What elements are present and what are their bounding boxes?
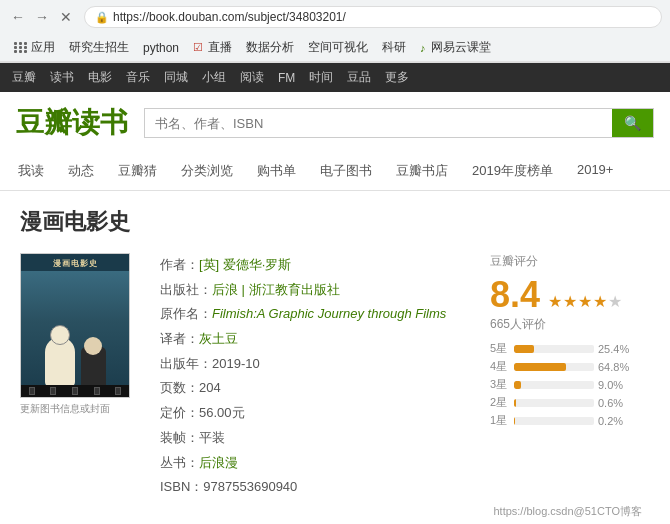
sub-nav-doubancai[interactable]: 豆瓣猜 bbox=[116, 154, 159, 190]
sub-nav-dongtai[interactable]: 动态 bbox=[66, 154, 96, 190]
bookmark-7[interactable]: ♪ 网易云课堂 bbox=[414, 37, 497, 58]
info-pages: 页数：204 bbox=[160, 376, 470, 401]
sub-nav-fenlei[interactable]: 分类浏览 bbox=[179, 154, 235, 190]
top-nav-item-9[interactable]: 豆品 bbox=[347, 69, 371, 86]
bookmark-1[interactable]: 研究生招生 bbox=[63, 37, 135, 58]
binding-value: 平装 bbox=[199, 430, 225, 445]
star-4: ★ bbox=[593, 292, 607, 311]
publisher-label: 出版社： bbox=[160, 282, 212, 297]
price-label: 定价： bbox=[160, 405, 199, 420]
sub-nav-2019plus[interactable]: 2019+ bbox=[575, 154, 616, 190]
rating-score: 8.4 bbox=[490, 274, 540, 316]
sub-nav-wodu[interactable]: 我读 bbox=[16, 154, 46, 190]
dist-label-1: 1星 bbox=[490, 413, 510, 428]
bookmark-label-2: python bbox=[143, 41, 179, 55]
isbn-value: 9787553690940 bbox=[203, 479, 297, 494]
price-value: 56.00元 bbox=[199, 405, 245, 420]
series-link[interactable]: 后浪漫 bbox=[199, 455, 238, 470]
dist-label-3: 3星 bbox=[490, 377, 510, 392]
author-link[interactable]: [英] 爱德华·罗斯 bbox=[199, 257, 291, 272]
apps-button[interactable]: 应用 bbox=[8, 37, 61, 58]
logo-bar: 豆瓣读书 🔍 bbox=[0, 92, 670, 154]
rating-distribution: 5星 25.4% 4星 64.8% 3星 bbox=[490, 341, 650, 428]
sub-nav-dianzi[interactable]: 电子图书 bbox=[318, 154, 374, 190]
rating-stars: ★ ★ ★ ★ ★ bbox=[548, 292, 622, 311]
dist-bar-2 bbox=[514, 399, 516, 407]
star-5: ★ bbox=[608, 292, 622, 311]
top-nav-item-0[interactable]: 豆瓣 bbox=[12, 69, 36, 86]
top-nav-item-3[interactable]: 音乐 bbox=[126, 69, 150, 86]
top-nav-item-10[interactable]: 更多 bbox=[385, 69, 409, 86]
nav-buttons: ← → ✕ bbox=[8, 7, 76, 27]
book-cover-image: 漫画电影史 bbox=[20, 253, 130, 398]
rating-count: 665人评价 bbox=[490, 316, 650, 333]
dist-bar-bg-5 bbox=[514, 345, 594, 353]
bookmark-label-4: 数据分析 bbox=[246, 39, 294, 56]
dist-pct-2: 0.6% bbox=[598, 397, 634, 409]
dist-bar-3 bbox=[514, 381, 521, 389]
search-input[interactable] bbox=[145, 109, 612, 137]
dist-pct-1: 0.2% bbox=[598, 415, 634, 427]
dist-pct-5: 25.4% bbox=[598, 343, 634, 355]
dist-bar-bg-1 bbox=[514, 417, 594, 425]
pages-value: 204 bbox=[199, 380, 221, 395]
top-nav-item-4[interactable]: 同城 bbox=[164, 69, 188, 86]
douban-logo: 豆瓣读书 bbox=[16, 104, 128, 142]
search-button[interactable]: 🔍 bbox=[612, 109, 653, 137]
top-nav-item-1[interactable]: 读书 bbox=[50, 69, 74, 86]
star-3: ★ bbox=[578, 292, 592, 311]
top-nav-item-8[interactable]: 时间 bbox=[309, 69, 333, 86]
bookmark-5[interactable]: 空间可视化 bbox=[302, 37, 374, 58]
bookmark-6[interactable]: 科研 bbox=[376, 37, 412, 58]
url-text: https://book.douban.com/subject/34803201… bbox=[113, 10, 346, 24]
douban-top-nav: 豆瓣 读书 电影 音乐 同城 小组 阅读 FM 时间 豆品 更多 bbox=[0, 63, 670, 92]
bookmark-label-7: 网易云课堂 bbox=[431, 39, 491, 56]
top-nav-item-7[interactable]: FM bbox=[278, 71, 295, 85]
dist-bar-bg-2 bbox=[514, 399, 594, 407]
dist-bar-5 bbox=[514, 345, 534, 353]
lock-icon: 🔒 bbox=[95, 11, 109, 24]
star-1: ★ bbox=[548, 292, 562, 311]
douban-header: 豆瓣 读书 电影 音乐 同城 小组 阅读 FM 时间 豆品 更多 bbox=[0, 63, 670, 92]
info-original-name: 原作名：Filmish:A Graphic Journey through Fi… bbox=[160, 302, 470, 327]
pages-label: 页数： bbox=[160, 380, 199, 395]
bookmark-label-5: 空间可视化 bbox=[308, 39, 368, 56]
close-button[interactable]: ✕ bbox=[56, 7, 76, 27]
info-price: 定价：56.00元 bbox=[160, 401, 470, 426]
info-binding: 装帧：平装 bbox=[160, 426, 470, 451]
top-nav-item-6[interactable]: 阅读 bbox=[240, 69, 264, 86]
translator-link[interactable]: 灰土豆 bbox=[199, 331, 238, 346]
cover-text-line1: 漫画电影史 bbox=[25, 258, 125, 269]
series-label: 丛书： bbox=[160, 455, 199, 470]
book-title: 漫画电影史 bbox=[20, 207, 650, 237]
publisher-link[interactable]: 后浪 | 浙江教育出版社 bbox=[212, 282, 340, 297]
original-name-value: Filmish:A Graphic Journey through Films bbox=[212, 306, 446, 321]
bookmark-label-3: 直播 bbox=[208, 39, 232, 56]
book-detail: 漫画电影史 bbox=[20, 253, 650, 500]
top-nav-item-2[interactable]: 电影 bbox=[88, 69, 112, 86]
main-content: 漫画电影史 漫画电影史 bbox=[0, 191, 670, 524]
sub-nav-2019[interactable]: 2019年度榜单 bbox=[470, 154, 555, 190]
dist-row-4: 4星 64.8% bbox=[490, 359, 650, 374]
sub-nav-goushidan[interactable]: 购书单 bbox=[255, 154, 298, 190]
top-nav-item-5[interactable]: 小组 bbox=[202, 69, 226, 86]
info-author: 作者：[英] 爱德华·罗斯 bbox=[160, 253, 470, 278]
dist-pct-3: 9.0% bbox=[598, 379, 634, 391]
dist-row-1: 1星 0.2% bbox=[490, 413, 650, 428]
original-name-label: 原作名： bbox=[160, 306, 212, 321]
star-2: ★ bbox=[563, 292, 577, 311]
info-isbn: ISBN：9787553690940 bbox=[160, 475, 470, 500]
address-bar[interactable]: 🔒 https://book.douban.com/subject/348032… bbox=[84, 6, 662, 28]
dist-bar-bg-4 bbox=[514, 363, 594, 371]
watermark: https://blog.csdn@51CTO博客 bbox=[20, 500, 650, 523]
bookmark-3[interactable]: ☑ 直播 bbox=[187, 37, 238, 58]
bookmark-2[interactable]: python bbox=[137, 39, 185, 57]
book-cover-section: 漫画电影史 bbox=[20, 253, 140, 500]
search-box: 🔍 bbox=[144, 108, 654, 138]
back-button[interactable]: ← bbox=[8, 7, 28, 27]
forward-button[interactable]: → bbox=[32, 7, 52, 27]
bookmark-4[interactable]: 数据分析 bbox=[240, 37, 300, 58]
sub-nav-shudian[interactable]: 豆瓣书店 bbox=[394, 154, 450, 190]
cover-update-link[interactable]: 更新图书信息或封面 bbox=[20, 402, 140, 416]
book-info: 作者：[英] 爱德华·罗斯 出版社：后浪 | 浙江教育出版社 原作名：Filmi… bbox=[160, 253, 470, 500]
